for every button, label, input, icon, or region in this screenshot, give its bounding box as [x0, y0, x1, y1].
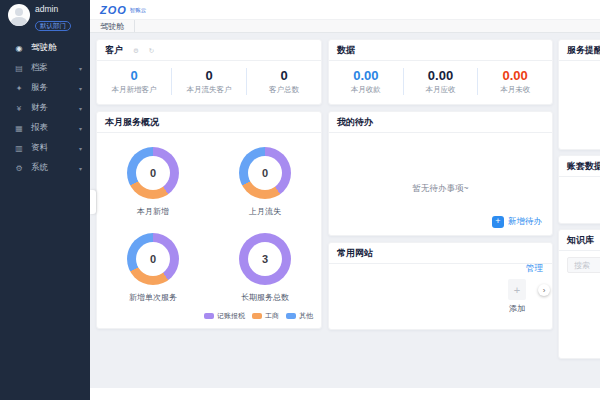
legend-swatch: [286, 313, 296, 319]
user-profile[interactable]: admin 默认部门: [0, 0, 90, 32]
chevron-down-icon: ▾: [79, 65, 82, 72]
scroll-next-button[interactable]: ›: [538, 284, 550, 296]
todo-card: 我的待办 暂无待办事项~ + 新增待办: [328, 111, 553, 236]
donut-chart: 0: [127, 233, 179, 285]
service-icon: ✦: [13, 84, 25, 93]
sidebar-item-archive[interactable]: ▤ 档案 ▾: [0, 58, 90, 78]
add-todo-label: 新增待办: [508, 216, 542, 228]
department-badge: 默认部门: [35, 21, 71, 31]
todo-empty-text: 暂无待办事项~: [329, 183, 552, 195]
sidebar-item-report[interactable]: ▦ 报表 ▾: [0, 118, 90, 138]
donut-longterm-total: 3 长期服务总数: [209, 233, 321, 303]
donut-value: 3: [262, 253, 268, 265]
service-reminder-card: 服务提醒: [558, 39, 600, 150]
stat-lost-customers: 0 本月流失客户: [171, 68, 246, 95]
donut-label: 上月流失: [249, 206, 281, 217]
chevron-right-icon: ›: [543, 286, 546, 295]
legend-label: 工商: [265, 311, 279, 321]
brand-logo: ZOO: [100, 4, 127, 16]
customers-card-title: 客户: [105, 44, 123, 57]
donut-value: 0: [150, 253, 156, 265]
sidebar-menu: ◉ 驾驶舱 ▤ 档案 ▾ ✦ 服务 ▾ ¥ 财务 ▾ ▦ 报表 ▾: [0, 38, 90, 178]
legend-item: 工商: [252, 311, 279, 321]
brand-logo-subtext: 智账云: [130, 7, 147, 13]
sidebar-item-dashboard[interactable]: ◉ 驾驶舱: [0, 38, 90, 58]
dashboard-icon: ◉: [13, 44, 25, 53]
app-window: admin 默认部门 ◉ 驾驶舱 ▤ 档案 ▾ ✦ 服务 ▾ ¥ 财务 ▾: [0, 0, 600, 400]
stat-label: 本月应收: [404, 85, 478, 95]
stat-total-customers: 0 客户总数: [246, 68, 321, 95]
add-website-tile[interactable]: +: [508, 279, 526, 300]
add-website-label: 添加: [504, 303, 530, 314]
donut-chart: 0: [127, 147, 179, 199]
stat-received: 0.00 本月收款: [329, 68, 403, 95]
sidebar-item-service[interactable]: ✦ 服务 ▾: [0, 78, 90, 98]
service-reminder-title: 服务提醒: [567, 44, 600, 57]
finance-icon: ¥: [13, 104, 25, 113]
stat-label: 客户总数: [247, 85, 321, 95]
customers-card: 客户 ⚙ ↻ 0 本月新增客户 0 本月流失客户 0 客户总数: [96, 39, 322, 105]
avatar[interactable]: [8, 4, 30, 26]
username: admin: [35, 4, 71, 14]
account-data-title: 账套数据: [567, 160, 600, 173]
donut-label: 新增单次服务: [129, 292, 177, 303]
chevron-down-icon: ▾: [79, 105, 82, 112]
material-icon: ▥: [13, 144, 25, 153]
websites-card: 常用网站 管理 + 添加 ›: [328, 242, 553, 330]
legend-swatch: [204, 313, 214, 319]
stat-unreceived: 0.00 本月未收: [477, 68, 552, 95]
stat-value: 0.00: [329, 68, 403, 83]
stat-value: 0: [247, 68, 321, 83]
chevron-down-icon: ▾: [79, 125, 82, 132]
finance-card-title: 数据: [337, 44, 355, 57]
knowledge-search-input[interactable]: [567, 257, 600, 273]
donut-value: 0: [150, 167, 156, 179]
service-overview-title: 本月服务概况: [105, 116, 159, 129]
tab-bar: 驾驶舱: [90, 20, 600, 33]
sidebar-item-material[interactable]: ▥ 资料 ▾: [0, 138, 90, 158]
add-todo-button[interactable]: + 新增待办: [492, 216, 542, 228]
sidebar-item-label: 驾驶舱: [31, 42, 57, 54]
donut-lost-last-month: 0 上月流失: [209, 147, 321, 217]
sidebar-item-label: 服务: [31, 82, 48, 94]
report-icon: ▦: [13, 124, 25, 133]
stat-label: 本月未收: [478, 85, 552, 95]
finance-card: 数据 0.00 本月收款 0.00 本月应收 0.00 本月未收: [328, 39, 553, 105]
refresh-icon[interactable]: ↻: [149, 47, 154, 55]
donut-value: 0: [262, 167, 268, 179]
plus-icon: +: [514, 284, 520, 296]
donut-new-single-service: 0 新增单次服务: [97, 233, 209, 303]
stat-new-customers: 0 本月新增客户: [97, 68, 171, 95]
sidebar-item-label: 财务: [31, 102, 48, 114]
donut-chart: 0: [239, 147, 291, 199]
stat-receivable: 0.00 本月应收: [403, 68, 478, 95]
stat-value: 0.00: [478, 68, 552, 83]
manage-websites-link[interactable]: 管理: [526, 263, 543, 275]
donut-label: 本月新增: [137, 206, 169, 217]
stat-label: 本月流失客户: [172, 85, 246, 95]
sidebar-item-system[interactable]: ⚙ 系统 ▾: [0, 158, 90, 178]
knowledge-base-card: 知识库: [558, 229, 600, 359]
chevron-down-icon: ▾: [79, 165, 82, 172]
sidebar-item-finance[interactable]: ¥ 财务 ▾: [0, 98, 90, 118]
plus-icon: +: [492, 216, 504, 228]
donut-new-this-month: 0 本月新增: [97, 147, 209, 217]
stat-value: 0.00: [404, 68, 478, 83]
legend-swatch: [252, 313, 262, 319]
chevron-down-icon: ▾: [79, 145, 82, 152]
donut-label: 长期服务总数: [241, 292, 289, 303]
legend-item: 其他: [286, 311, 313, 321]
gear-icon[interactable]: ⚙: [133, 47, 139, 55]
sidebar-item-label: 报表: [31, 122, 48, 134]
donut-chart: 3: [239, 233, 291, 285]
sidebar-item-label: 档案: [31, 62, 48, 74]
chart-legend: 记账报税 工商 其他: [197, 311, 313, 321]
websites-card-title: 常用网站: [337, 247, 373, 260]
archive-icon: ▤: [13, 64, 25, 73]
drawer-handle[interactable]: [90, 190, 96, 214]
service-overview-card: 本月服务概况 0 本月新增 0 上月流失 0: [96, 111, 322, 329]
stat-label: 本月新增客户: [97, 85, 171, 95]
tab-dashboard[interactable]: 驾驶舱: [90, 20, 135, 32]
chevron-down-icon: ▾: [79, 85, 82, 92]
sidebar: admin 默认部门 ◉ 驾驶舱 ▤ 档案 ▾ ✦ 服务 ▾ ¥ 财务 ▾: [0, 0, 90, 400]
